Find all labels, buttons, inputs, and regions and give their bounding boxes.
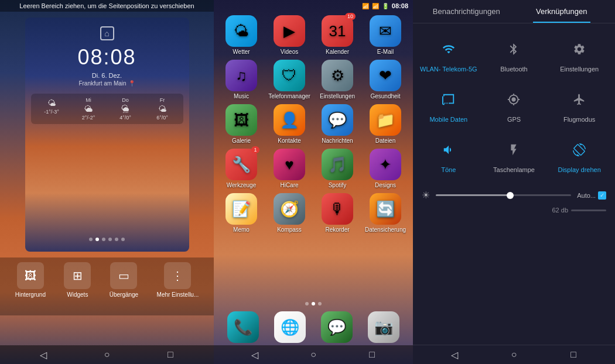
dock-item-1[interactable]: 🌐 [274,311,306,343]
page-dot-4[interactable] [115,238,118,241]
app-label-5: Telefonmanager [268,93,310,99]
action-1[interactable]: ⊞ Widgets [64,262,91,298]
nav-icon-left-1[interactable]: ○ [98,349,115,360]
page-dot-5[interactable] [121,238,125,241]
volume-bar [571,210,606,211]
mid-dot-0[interactable] [305,302,309,305]
app-item-18[interactable]: 🎙 Rekorder [316,193,359,233]
page-dot-2[interactable] [102,238,105,241]
panel-left: Leeren Bereich ziehen, um die Seitenposi… [0,0,214,364]
toggle-icon-settings [566,36,592,62]
nav-icon-mid-2[interactable]: □ [363,349,381,360]
quick-toggles: WLAN- Telekom-5G Bluetooth Einstellungen… [413,23,615,186]
mid-dot-1[interactable] [312,302,315,305]
app-icon-0: 🌤 [226,15,257,47]
app-item-7[interactable]: ❤ Gesundheit [364,60,407,99]
brightness-icon: ☀ [422,190,430,201]
action-2[interactable]: ▭ Übergänge [110,262,138,298]
app-item-5[interactable]: 🛡 Telefonmanager [268,60,311,99]
auto-checkbox[interactable]: ✓ [598,191,606,200]
app-item-13[interactable]: ♥ HiCare [268,149,311,188]
app-item-0[interactable]: 🌤 Wetter [220,15,263,55]
action-3[interactable]: ⋮ Mehr Einstellu... [157,262,199,298]
volume-label: 62 db [552,207,568,214]
app-item-19[interactable]: 🔄 Datensicherung [364,193,407,233]
app-label-7: Gesundheit [370,93,400,99]
toggle-airplane[interactable]: Flugmodus [546,80,612,130]
dock-item-3[interactable]: 📷 [368,311,399,343]
app-item-15[interactable]: ✦ Designs [364,149,407,188]
toggle-wifi[interactable]: WLAN- Telekom-5G [416,29,481,80]
app-icon-14: 🎵 [322,149,353,180]
dock-bar: 📞 🌐 💬 📷 [214,308,413,345]
app-label-9: Kontakte [278,138,300,144]
bottom-actions: 🖼 Hintergrund⊞ Widgets▭ Übergänge⋮ Mehr … [0,257,214,315]
app-label-6: Einstellungen [320,93,355,99]
action-icon-3: ⋮ [164,262,191,289]
toggle-icon-rotate [566,137,592,163]
app-item-16[interactable]: 📝 Memo [220,193,263,233]
tab-0[interactable]: Benachrichtigungen [419,0,514,23]
page-dot-3[interactable] [108,238,112,241]
app-label-15: Designs [375,182,396,188]
dock-item-0[interactable]: 📞 [227,311,259,343]
nav-bar-left: ◁○□ [0,345,214,364]
nav-icon-right-0[interactable]: ◁ [446,349,463,360]
brightness-track[interactable] [436,194,571,196]
app-item-4[interactable]: ♫ Music [220,60,263,99]
weather-day-1: Mi🌥2°/-2° [73,97,105,121]
toggle-label-airplane: Flugmodus [563,116,595,123]
page-dot-1[interactable] [95,238,99,241]
page-dot-0[interactable] [89,238,93,241]
toggle-label-bluetooth: Bluetooth [500,66,527,73]
app-item-2[interactable]: 31 10 Kalender [316,15,359,55]
action-label-0: Hintergrund [15,291,46,298]
app-item-17[interactable]: 🧭 Kompass [268,193,311,233]
toggle-flashlight[interactable]: Taschenlampe [481,130,547,180]
nav-icon-right-1[interactable]: ○ [505,349,522,360]
nav-icon-right-2[interactable]: □ [565,349,582,360]
toggle-label-sound: Töne [441,166,456,173]
nav-icon-left-0[interactable]: ◁ [35,349,52,360]
app-icon-17: 🧭 [274,193,305,225]
app-icon-6: ⚙ [322,60,353,91]
app-item-3[interactable]: ✉ E-Mail [364,15,407,55]
toggle-bluetooth[interactable]: Bluetooth [481,29,547,80]
brightness-thumb [507,192,514,199]
app-item-14[interactable]: 🎵 Spotify [316,149,359,188]
toggle-mobile[interactable]: Mobile Daten [416,80,481,130]
toggle-sound[interactable]: Töne [416,130,481,180]
volume-row: 62 db [413,204,615,216]
app-icon-9: 👤 [274,104,305,136]
app-icon-15: ✦ [370,149,401,180]
action-0[interactable]: 🖼 Hintergrund [15,262,46,298]
app-item-6[interactable]: ⚙ Einstellungen [316,60,359,99]
app-item-9[interactable]: 👤 Kontakte [268,104,311,144]
auto-brightness-label: Auto... ✓ [577,191,606,200]
mid-dot-2[interactable] [318,302,322,305]
toggle-icon-wifi [436,36,462,62]
app-item-11[interactable]: 📁 Dateien [364,104,407,144]
toggle-label-flashlight: Taschenlampe [493,166,535,173]
action-icon-0: 🖼 [17,262,44,289]
app-item-12[interactable]: 🔧 1 Werkzeuge [220,149,263,188]
app-item-10[interactable]: 💬 Nachrichten [316,104,359,144]
app-label-3: E-Mail [377,49,394,55]
wifi-icon: 📶 [362,3,369,9]
action-label-1: Widgets [67,291,88,298]
app-label-17: Kompass [277,226,302,233]
toggle-rotate[interactable]: Display drehen [546,130,612,180]
date-display: Di. 6. Dez. [92,72,122,79]
nav-icon-mid-1[interactable]: ○ [305,349,322,360]
toggle-gps[interactable]: GPS [481,80,547,130]
toggle-settings[interactable]: Einstellungen [546,29,612,80]
app-item-1[interactable]: ▶ Videos [268,15,311,55]
nav-icon-left-2[interactable]: □ [162,349,179,360]
app-item-8[interactable]: 🖼 Galerie [220,104,263,144]
dock-icon-2: 💬 [321,311,353,343]
badge-12: 1 [251,146,259,153]
nav-icon-mid-0[interactable]: ◁ [246,349,264,360]
tab-1[interactable]: Verknüpfungen [514,0,610,23]
nav-bar-right: ◁○□ [413,345,615,364]
dock-item-2[interactable]: 💬 [321,311,353,343]
